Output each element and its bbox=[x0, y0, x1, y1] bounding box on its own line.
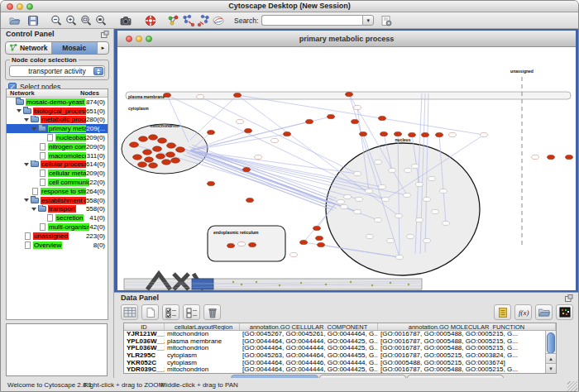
table-cell[interactable]: YDR039C__1 bbox=[124, 366, 165, 374]
network-node[interactable] bbox=[149, 135, 158, 140]
snapshot-camera-icon[interactable] bbox=[118, 13, 133, 28]
table-cell[interactable]: mitochondrion bbox=[165, 331, 240, 338]
table-row[interactable]: YKR052Ccytoplasm[GO:0044464, GO:0044446,… bbox=[124, 360, 556, 367]
table-cell[interactable]: [GO:0005488, GO:0005215, GO:0003674] bbox=[378, 360, 556, 367]
expand-triangle-icon[interactable] bbox=[24, 118, 29, 122]
table-cell[interactable]: [GO:0044464, GO:0044446, GO:0044444, G..… bbox=[240, 360, 378, 367]
table-cell[interactable]: YJR121W__1 bbox=[124, 331, 165, 338]
table-cell[interactable]: cytoplasm bbox=[165, 360, 240, 367]
table-cell[interactable]: YPL036W__1 bbox=[124, 345, 165, 352]
zoom-fit-network-icon[interactable] bbox=[93, 13, 108, 28]
network-node[interactable] bbox=[440, 189, 447, 193]
network-node[interactable] bbox=[208, 130, 215, 134]
table-cell[interactable]: plasma membrane bbox=[165, 338, 240, 346]
network-node[interactable] bbox=[166, 152, 175, 157]
search-dropdown-arrow-icon[interactable]: ▼ bbox=[362, 15, 374, 26]
tree-item[interactable]: nucleobase-209(0) bbox=[7, 133, 108, 142]
network-node[interactable] bbox=[380, 131, 388, 136]
attribute-function-icon[interactable]: f(x) bbox=[514, 304, 532, 320]
help-life-ring-icon[interactable] bbox=[143, 13, 158, 28]
network-node[interactable] bbox=[176, 147, 185, 152]
import-attributes-icon[interactable] bbox=[494, 304, 511, 320]
network-node[interactable] bbox=[167, 143, 176, 148]
open-folder-icon[interactable] bbox=[7, 13, 22, 28]
network-node[interactable] bbox=[316, 236, 323, 240]
table-cell[interactable]: [GO:0016787, GO:0005488, GO:0005215, G..… bbox=[378, 366, 556, 374]
network-node[interactable] bbox=[313, 226, 321, 230]
network-node[interactable] bbox=[208, 181, 215, 185]
network-node[interactable] bbox=[423, 197, 431, 201]
network-node[interactable] bbox=[375, 218, 382, 222]
network-node[interactable] bbox=[395, 213, 403, 218]
network-node[interactable] bbox=[387, 238, 395, 242]
column-header[interactable]: annotation.GO MOLECULAR_FUNCTION bbox=[378, 323, 556, 330]
table-row[interactable]: YDR039C__1mitochondrion[GO:0044464, GO:0… bbox=[124, 366, 556, 374]
network-node[interactable] bbox=[346, 92, 353, 96]
table-row[interactable]: YLR295Ccytoplasm[GO:0045263, GO:0044464,… bbox=[124, 352, 556, 360]
network-node[interactable] bbox=[449, 132, 457, 136]
network-node[interactable] bbox=[318, 242, 325, 246]
network-node[interactable] bbox=[404, 168, 412, 172]
network-node[interactable] bbox=[428, 176, 436, 180]
zoom-selected-region-icon[interactable] bbox=[79, 13, 93, 28]
network-node[interactable] bbox=[300, 240, 308, 244]
frame-maximize-button[interactable] bbox=[146, 36, 152, 42]
close-button[interactable] bbox=[7, 3, 13, 10]
unselect-all-attributes-icon[interactable] bbox=[183, 304, 200, 320]
network-node[interactable] bbox=[341, 204, 348, 208]
network-node[interactable] bbox=[138, 162, 147, 167]
tree-item[interactable]: cellular process614(0) bbox=[7, 160, 108, 170]
scroll-up-icon[interactable]: ▲ bbox=[546, 353, 556, 363]
collapse-network-icon[interactable] bbox=[196, 13, 211, 28]
expand-triangle-icon[interactable] bbox=[31, 127, 36, 131]
tree-item[interactable]: response to stimulu264(0) bbox=[7, 187, 108, 196]
network-frame-titlebar[interactable]: primary metabolic process bbox=[117, 31, 576, 47]
network-node[interactable] bbox=[395, 131, 402, 136]
network-node[interactable] bbox=[566, 155, 573, 159]
table-row[interactable]: YJR121W__1mitochondrion[GO:0045267, GO:0… bbox=[124, 331, 556, 338]
network-node[interactable] bbox=[145, 157, 154, 162]
table-cell[interactable]: [GO:0016787, GO:0005488, GO:0005215, G..… bbox=[378, 338, 556, 346]
network-node[interactable] bbox=[409, 132, 416, 136]
tree-item[interactable]: Overview8(0) bbox=[7, 241, 108, 250]
table-cell[interactable]: [GO:0045263, GO:0044464, GO:0044455, G..… bbox=[240, 352, 378, 360]
table-cell[interactable]: YLR295C bbox=[124, 352, 165, 360]
zoom-in-icon[interactable] bbox=[64, 13, 79, 28]
select-all-attributes-icon[interactable] bbox=[162, 304, 179, 320]
delete-attribute-trash-icon[interactable] bbox=[203, 304, 221, 320]
network-node[interactable] bbox=[234, 93, 242, 97]
network-node[interactable] bbox=[246, 198, 254, 202]
table-cell[interactable]: mitochondrion bbox=[165, 345, 240, 352]
network-node[interactable] bbox=[389, 168, 396, 172]
tree-header[interactable]: Network Nodes bbox=[7, 89, 108, 98]
expand-triangle-icon[interactable] bbox=[31, 208, 36, 211]
network-node[interactable] bbox=[249, 242, 256, 246]
network-node[interactable] bbox=[306, 119, 313, 123]
network-node[interactable] bbox=[356, 197, 363, 201]
network-node[interactable] bbox=[149, 163, 158, 168]
network-node[interactable] bbox=[238, 241, 246, 246]
table-cell[interactable]: [GO:0044464, GO:0044444, GO:0044425, G..… bbox=[240, 345, 378, 352]
network-node[interactable] bbox=[404, 193, 411, 197]
network-node[interactable] bbox=[360, 131, 367, 136]
table-cell[interactable]: cytoplasm bbox=[165, 352, 240, 360]
tree-item[interactable]: cell communicat22(0) bbox=[7, 178, 108, 187]
attribute-table-icon[interactable] bbox=[121, 304, 138, 320]
network-node[interactable] bbox=[237, 119, 244, 123]
table-cell[interactable]: YPL036W__2 bbox=[124, 338, 165, 346]
network-node[interactable] bbox=[133, 155, 142, 160]
zoom-out-icon[interactable] bbox=[49, 13, 64, 28]
network-colors-icon[interactable] bbox=[166, 13, 181, 28]
network-edge[interactable] bbox=[180, 150, 357, 212]
network-node[interactable] bbox=[130, 142, 139, 147]
network-node[interactable] bbox=[379, 116, 386, 120]
network-node[interactable] bbox=[245, 128, 252, 132]
column-header[interactable]: ID bbox=[124, 323, 165, 330]
table-scrollbar[interactable]: ▲ ▼ bbox=[545, 331, 556, 373]
network-node[interactable] bbox=[153, 146, 162, 151]
frame-close-button[interactable] bbox=[126, 36, 132, 42]
network-node[interactable] bbox=[158, 138, 167, 143]
network-node[interactable] bbox=[443, 221, 450, 225]
network-node[interactable] bbox=[379, 184, 386, 189]
table-row[interactable]: YPL036W__1mitochondrion[GO:0044464, GO:0… bbox=[124, 345, 556, 352]
